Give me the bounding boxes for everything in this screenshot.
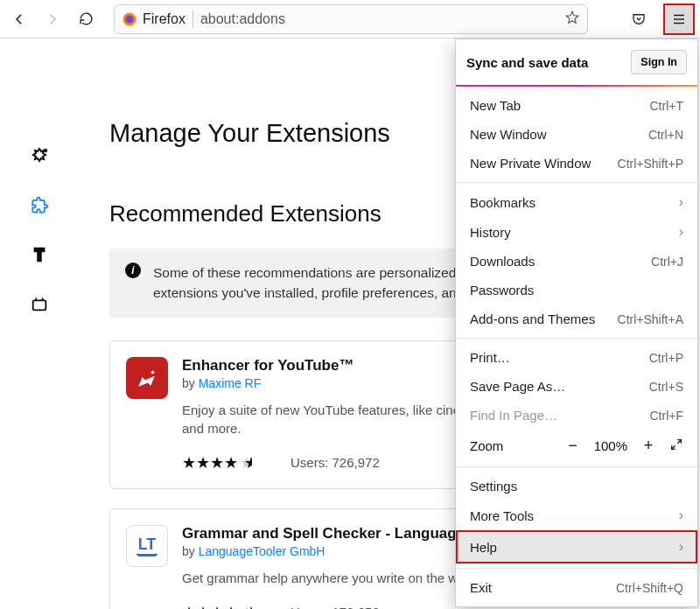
app-menu-panel: Sync and save data Sign In New TabCtrl+T… (455, 38, 698, 607)
extension-icon (126, 357, 168, 399)
sync-label: Sync and save data (466, 55, 588, 70)
menu-save-page-as[interactable]: Save Page As…Ctrl+S (456, 372, 697, 401)
browser-toolbar: Firefox about:addons (0, 0, 700, 38)
chevron-right-icon: › (679, 224, 683, 240)
sidebar-extensions[interactable] (28, 194, 51, 217)
rating-stars: ★★★★ (182, 453, 256, 472)
url-text: about:addons (200, 11, 557, 27)
extension-icon: LT (126, 525, 168, 567)
svg-point-1 (126, 15, 134, 23)
menu-passwords[interactable]: Passwords (456, 276, 697, 304)
reload-button[interactable] (72, 5, 100, 33)
author-link[interactable]: Maxime RF (199, 376, 262, 390)
info-icon: i (125, 262, 141, 278)
sidebar-themes[interactable] (28, 243, 51, 266)
chevron-right-icon: › (679, 194, 683, 210)
menu-more-tools[interactable]: More Tools› (456, 500, 697, 530)
svg-rect-3 (33, 300, 46, 310)
firefox-icon (122, 11, 137, 27)
zoom-level: 100% (594, 438, 627, 453)
menu-addons[interactable]: Add-ons and ThemesCtrl+Shift+A (456, 304, 697, 333)
addons-sidebar (0, 102, 79, 609)
sidebar-plugins[interactable] (28, 292, 51, 315)
menu-new-private-window[interactable]: New Private WindowCtrl+Shift+P (456, 149, 697, 178)
author-link[interactable]: LanguageTooler GmbH (199, 544, 326, 558)
menu-find-in-page[interactable]: Find In Page…Ctrl+F (456, 401, 697, 430)
url-bar[interactable]: Firefox about:addons (114, 4, 588, 34)
menu-help[interactable]: Help› (456, 530, 697, 564)
menu-new-window[interactable]: New WindowCtrl+N (456, 120, 697, 149)
sign-in-button[interactable]: Sign In (631, 50, 687, 74)
menu-history[interactable]: History› (456, 217, 697, 247)
zoom-out-button[interactable]: − (564, 437, 582, 455)
zoom-in-button[interactable]: + (640, 437, 657, 455)
rating-stars: ★★★★ (182, 603, 256, 610)
menu-downloads[interactable]: DownloadsCtrl+J (456, 247, 697, 276)
site-identity[interactable]: Firefox (122, 11, 186, 27)
notice-line-2: extensions you've installed, profile pre… (153, 285, 457, 300)
svg-point-2 (45, 150, 46, 151)
menu-bookmarks[interactable]: Bookmarks› (456, 187, 697, 217)
separator (192, 10, 193, 28)
menu-settings[interactable]: Settings (456, 472, 697, 500)
menu-new-tab[interactable]: New TabCtrl+T (456, 91, 697, 120)
notice-line-1: Some of these recommendations are person… (153, 265, 456, 280)
pocket-button[interactable] (625, 5, 653, 33)
app-menu-button[interactable] (665, 5, 693, 33)
bookmark-star-icon[interactable] (564, 10, 580, 28)
users-count: Users: 179,650 (290, 605, 380, 609)
app-menu-button-highlight (663, 4, 695, 35)
chevron-right-icon: › (679, 508, 683, 523)
forward-button[interactable] (38, 5, 66, 33)
menu-zoom-row: Zoom − 100% + (456, 430, 697, 462)
menu-exit[interactable]: ExitCtrl+Shift+Q (456, 573, 697, 602)
menu-sync-row: Sync and save data Sign In (456, 39, 697, 85)
back-button[interactable] (5, 5, 33, 33)
chevron-right-icon: › (679, 539, 683, 555)
users-count: Users: 726,972 (290, 455, 380, 470)
sidebar-recommendations[interactable] (28, 145, 51, 168)
identity-label: Firefox (143, 11, 186, 27)
menu-print[interactable]: Print…Ctrl+P (456, 343, 697, 372)
fullscreen-button[interactable] (669, 438, 683, 454)
